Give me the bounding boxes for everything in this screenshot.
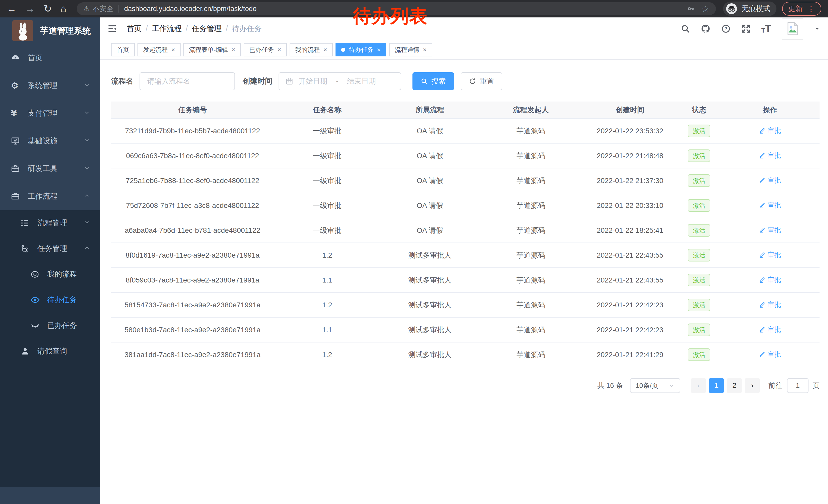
cell-status: 激活 [678,143,720,168]
tab-label: 我的流程 [295,46,320,54]
table-row-0: 73211d9d-7b9b-11ec-b5b7-acde48001122一级审批… [111,119,820,143]
process-name-label: 流程名 [111,76,133,86]
tab-close-icon[interactable]: × [423,46,426,53]
tag-tab-1[interactable]: 发起流程× [137,43,180,56]
sidebar-item-7[interactable]: 任务管理 [0,236,100,262]
cell-created: 2022-01-21 22:42:23 [582,317,678,342]
process-name-input[interactable] [139,72,235,90]
page-button-1[interactable]: 1 [709,378,724,393]
sidebar-item-label: 系统管理 [28,81,57,91]
status-badge: 激活 [688,199,710,212]
cell-initiator: 芋道源码 [480,317,582,342]
help-icon[interactable]: ? [721,24,731,33]
approve-link[interactable]: 审批 [759,325,781,334]
tag-tab-5[interactable]: 待办任务× [335,43,386,56]
approve-link[interactable]: 审批 [759,300,781,309]
status-badge: 激活 [688,349,710,361]
fullscreen-icon[interactable] [741,24,750,33]
sidebar-item-3[interactable]: 基础设施 [0,127,100,155]
task-tree-icon [20,244,32,253]
cell-created: 2022-01-22 18:25:41 [582,218,678,243]
tab-close-icon[interactable]: × [278,46,281,53]
sidebar-item-5[interactable]: 工作流程 [0,183,100,210]
browser-home-icon[interactable]: ⌂ [60,4,67,13]
breadcrumb-task-mgmt[interactable]: 任务管理 [192,24,222,34]
browser-menu-icon[interactable]: ⋮ [807,4,815,13]
tab-close-icon[interactable]: × [171,46,175,53]
cell-name: 一级审批 [274,193,380,218]
cell-name: 一级审批 [274,218,380,243]
sidebar-item-11[interactable]: 请假查询 [0,338,100,364]
sidebar-logo-row: 芋道管理系统 [0,17,100,44]
approve-link[interactable]: 审批 [759,176,781,185]
search-button[interactable]: 搜索 [412,72,454,90]
approve-link[interactable]: 审批 [759,151,781,160]
reset-button[interactable]: 重置 [461,72,502,90]
font-size-icon[interactable]: TT [761,24,771,34]
sidebar-item-2[interactable]: ¥支付管理 [0,99,100,127]
cell-process: OA 请假 [380,143,480,168]
cell-created: 2022-01-21 22:43:55 [582,268,678,292]
sidebar-item-10[interactable]: 已办任务 [0,313,100,338]
search-icon[interactable] [681,24,690,33]
approve-link[interactable]: 审批 [759,201,781,210]
browser-reload-icon[interactable]: ↻ [44,4,52,13]
cell-process: 测试多审批人 [380,342,480,367]
tab-close-icon[interactable]: × [232,46,235,53]
pencil-icon [759,326,766,333]
next-page-button[interactable]: › [745,378,760,393]
avatar[interactable] [782,18,803,40]
date-range-picker[interactable]: 开始日期 - 结束日期 [279,72,401,90]
browser-forward-icon[interactable]: → [25,4,35,13]
cell-created: 2022-01-21 22:41:29 [582,342,678,367]
cell-name: 一级审批 [274,168,380,193]
approve-link[interactable]: 审批 [759,126,781,135]
prev-page-button[interactable]: ‹ [691,378,706,393]
pagination-total: 共 16 条 [597,381,623,390]
breadcrumb-home[interactable]: 首页 [127,24,141,34]
page-size-select[interactable]: 10条/页 [630,378,680,393]
browser-back-icon[interactable]: ← [7,4,16,13]
approve-link[interactable]: 审批 [759,250,781,260]
password-key-icon[interactable] [687,5,695,13]
cell-process: OA 请假 [380,218,480,243]
tag-tab-6[interactable]: 流程详情× [389,43,432,56]
cell-action: 审批 [720,218,820,243]
cell-action: 审批 [720,317,820,342]
tab-close-icon[interactable]: × [324,46,327,53]
browser-update-button[interactable]: 更新 ⋮ [782,2,821,16]
user-menu-caret-icon[interactable] [814,26,820,32]
sidebar-item-9[interactable]: 待办任务 [0,287,100,313]
approve-link[interactable]: 审批 [759,226,781,235]
bookmark-star-icon[interactable]: ☆ [702,4,709,14]
tag-tab-0[interactable]: 首页 [111,43,135,56]
tab-label: 流程详情 [395,46,419,54]
goto-page-input[interactable] [787,378,809,393]
tag-tab-2[interactable]: 流程表单-编辑× [183,43,241,56]
github-icon[interactable] [701,24,710,34]
sidebar-item-0[interactable]: 首页 [0,44,100,72]
approve-link[interactable]: 审批 [759,350,781,359]
status-badge: 激活 [688,249,710,262]
table-header-row: 任务编号任务名称所属流程流程发起人创建时间状态操作 [111,101,820,119]
tab-close-icon[interactable]: × [377,46,381,53]
sidebar-item-label: 已办任务 [47,320,77,331]
app-title: 芋道管理系统 [40,25,91,37]
cell-id: 580e1b3d-7ac8-11ec-a9e2-a2380e71991a [111,317,274,342]
column-header: 操作 [720,101,820,119]
breadcrumb-workflow[interactable]: 工作流程 [152,24,181,34]
sidebar-item-4[interactable]: 研发工具 [0,155,100,183]
sidebar-collapse-icon[interactable] [107,23,118,34]
end-date-placeholder[interactable]: 结束日期 [347,77,376,86]
page-button-2[interactable]: 2 [727,378,742,393]
cell-status: 激活 [678,268,720,292]
tag-tab-3[interactable]: 已办任务× [244,43,287,56]
pencil-icon [759,301,766,308]
sidebar-item-8[interactable]: 我的流程 [0,262,100,287]
approve-link[interactable]: 审批 [759,275,781,284]
tag-tab-4[interactable]: 我的流程× [290,43,333,56]
start-date-placeholder[interactable]: 开始日期 [299,77,327,86]
process-list-icon [20,219,32,227]
sidebar-item-6[interactable]: 流程管理 [0,210,100,236]
sidebar-item-1[interactable]: ⚙系统管理 [0,72,100,99]
